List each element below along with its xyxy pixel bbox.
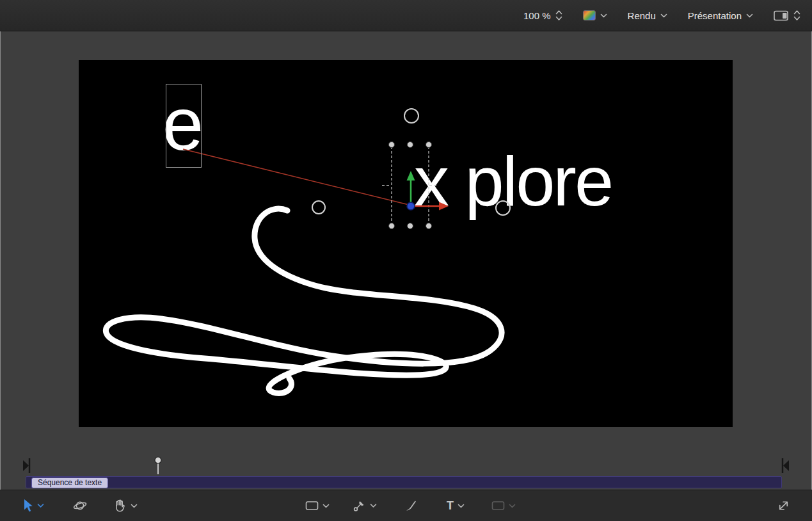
canvas[interactable]: e x plore <box>79 60 733 427</box>
chevron-down-icon <box>746 13 753 18</box>
chevron-down-icon <box>600 13 607 18</box>
color-channels-icon <box>583 10 596 20</box>
motion-path-line <box>183 149 409 205</box>
expand-icon <box>776 499 791 513</box>
select-tool-button[interactable] <box>23 499 44 513</box>
timeline-ruler[interactable] <box>0 454 812 476</box>
text-tool-button[interactable]: T <box>447 500 465 511</box>
paint-stroke-tool-button[interactable] <box>404 499 418 513</box>
channels-menu[interactable] <box>583 10 607 20</box>
motion-canvas-window: 100 % Rendu Présentation <box>0 0 812 521</box>
layout-panel-icon <box>774 10 789 21</box>
chevron-down-icon[interactable] <box>37 504 44 508</box>
selection-handle[interactable] <box>408 223 413 229</box>
selection-handle[interactable] <box>426 142 432 148</box>
canvas-bottom-toolbar: T <box>0 490 812 521</box>
chevron-down-icon[interactable] <box>131 504 138 508</box>
stepper-icon[interactable] <box>555 10 562 21</box>
rectangle-icon <box>305 500 319 511</box>
mini-timeline[interactable]: Séquence de texte <box>0 454 812 490</box>
letter-selection-outline <box>166 84 202 168</box>
path-point-circle[interactable] <box>312 201 325 214</box>
zoom-level-value: 100 % <box>523 10 551 21</box>
paintbrush-icon <box>404 499 418 513</box>
timeline-in-marker-icon[interactable] <box>23 458 29 473</box>
sequence-label[interactable]: Séquence de texte <box>31 477 108 488</box>
sequence-bar[interactable]: Séquence de texte <box>26 476 782 488</box>
zoom-level-control[interactable]: 100 % <box>523 10 562 21</box>
x-axis-arrowhead <box>439 202 449 211</box>
selection-handle[interactable] <box>426 223 432 229</box>
timeline-out-marker-icon[interactable] <box>783 458 789 473</box>
view-menu[interactable]: Présentation <box>688 10 753 21</box>
path-point-circle[interactable] <box>496 201 510 215</box>
arrow-cursor-icon <box>23 499 33 513</box>
anchor-point[interactable] <box>407 202 415 210</box>
chevron-down-icon <box>509 504 516 508</box>
render-menu-label: Rendu <box>628 10 656 21</box>
stepper-icon[interactable] <box>793 10 800 21</box>
y-axis-arrowhead <box>407 171 415 180</box>
chevron-down-icon[interactable] <box>458 504 465 508</box>
chevron-down-icon[interactable] <box>322 504 330 508</box>
transform-3d-tool-button[interactable] <box>73 499 87 513</box>
bezier-tool-button[interactable] <box>353 499 377 513</box>
flourish-stroke[interactable] <box>106 209 502 393</box>
view-menu-label: Présentation <box>688 10 742 21</box>
selection-handle[interactable] <box>389 223 395 229</box>
canvas-top-toolbar: 100 % Rendu Présentation <box>0 0 812 31</box>
text-tool-icon: T <box>447 500 454 511</box>
render-menu[interactable]: Rendu <box>628 10 667 21</box>
selection-handle[interactable] <box>408 142 413 148</box>
hand-icon <box>113 499 127 513</box>
pan-tool-button[interactable] <box>113 499 138 513</box>
chevron-down-icon[interactable] <box>370 504 377 508</box>
fullscreen-button[interactable] <box>776 499 791 513</box>
rectangle-tool-button[interactable] <box>305 500 330 511</box>
chevron-down-icon <box>660 13 667 18</box>
selection-handle[interactable] <box>389 142 395 148</box>
image-mask-tool-button <box>491 500 516 511</box>
pen-node-icon <box>353 499 366 513</box>
rectangle-mask-icon <box>491 500 505 511</box>
playhead-marker-icon[interactable] <box>155 457 161 474</box>
path-point-circle[interactable] <box>404 109 418 123</box>
layout-control[interactable] <box>774 10 800 21</box>
orbit-icon <box>73 499 87 513</box>
